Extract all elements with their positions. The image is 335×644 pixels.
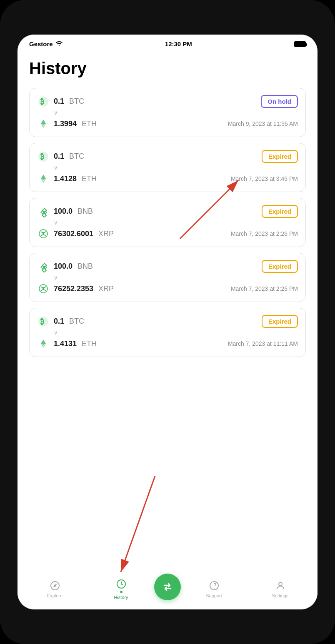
to-symbol: ETH xyxy=(82,175,97,183)
from-crypto: ₿ 0.1 BTC xyxy=(37,315,84,328)
history-clock-icon xyxy=(115,578,127,590)
nav-explore[interactable]: Explore xyxy=(22,580,88,598)
status-badge[interactable]: Expired xyxy=(262,315,298,328)
svg-point-26 xyxy=(279,582,282,586)
card-bottom-row: 76252.2353 XRP March 7, 2023 at 2:25 PM xyxy=(37,282,298,295)
transaction-card[interactable]: ₿ 0.1 BTC On hold ∨ 1.3994 ETH March 9, … xyxy=(29,88,306,137)
swap-arrow: ∨ xyxy=(54,275,298,281)
svg-point-17 xyxy=(42,288,44,290)
transaction-date: March 7, 2023 at 2:25 PM xyxy=(231,285,298,292)
from-amount: 100.0 xyxy=(54,262,72,271)
from-symbol: BTC xyxy=(69,317,84,326)
swap-arrow: ∨ xyxy=(54,110,298,116)
card-bottom-row: 76302.6001 XRP March 7, 2023 at 2:26 PM xyxy=(37,227,298,240)
to-amount: 1.3994 xyxy=(54,120,77,128)
card-top-row: ₿ 0.1 BTC Expired xyxy=(37,150,298,163)
svg-point-25 xyxy=(214,588,215,589)
carrier-wifi: Gestore xyxy=(29,40,63,47)
to-crypto: 76302.6001 XRP xyxy=(37,227,114,240)
transactions-list: ₿ 0.1 BTC On hold ∨ 1.3994 ETH March 9, … xyxy=(29,88,306,357)
to-crypto: 76252.2353 XRP xyxy=(37,282,114,295)
swap-button[interactable] xyxy=(154,574,181,600)
to-crypto: 1.4128 ETH xyxy=(37,172,97,185)
status-badge[interactable]: Expired xyxy=(262,150,298,163)
svg-rect-15 xyxy=(42,268,46,272)
transaction-date: March 7, 2023 at 3:45 PM xyxy=(231,175,298,182)
svg-marker-19 xyxy=(41,339,46,345)
from-crypto: ₿ 0.1 BTC xyxy=(37,95,84,108)
card-top-row: ₿ 0.1 BTC Expired xyxy=(37,315,298,328)
from-symbol: BTC xyxy=(69,97,84,106)
transaction-card[interactable]: 100.0 BNB Expired ∨ 76252.2353 XRP March… xyxy=(29,253,306,302)
swap-arrow: ∨ xyxy=(54,329,298,336)
wifi-icon xyxy=(55,40,63,47)
from-amount: 0.1 xyxy=(54,317,64,326)
xrp-icon xyxy=(37,227,50,240)
to-symbol: ETH xyxy=(82,339,97,348)
card-top-row: ₿ 0.1 BTC On hold xyxy=(37,95,298,108)
swap-icon xyxy=(162,581,173,593)
from-symbol: BNB xyxy=(78,262,93,271)
card-bottom-row: 1.4131 ETH March 7, 2023 at 11:11 AM xyxy=(37,337,298,350)
transaction-date: March 9, 2023 at 11:55 AM xyxy=(228,120,298,127)
transaction-card[interactable]: ₿ 0.1 BTC Expired ∨ 1.4128 ETH March 7, … xyxy=(29,143,306,192)
carrier-name: Gestore xyxy=(29,40,53,47)
status-time: 12:30 PM xyxy=(165,40,192,47)
support-icon xyxy=(208,580,220,592)
to-symbol: ETH xyxy=(82,120,97,128)
transaction-card[interactable]: ₿ 0.1 BTC Expired ∨ 1.4131 ETH March 7, … xyxy=(29,308,306,357)
status-bar: Gestore 12:30 PM xyxy=(18,35,318,51)
svg-point-11 xyxy=(42,233,44,235)
svg-marker-22 xyxy=(53,584,56,587)
eth-icon xyxy=(37,117,50,130)
transaction-date: March 7, 2023 at 2:26 PM xyxy=(231,230,298,237)
xrp-icon xyxy=(37,282,50,295)
status-badge[interactable]: Expired xyxy=(262,260,298,273)
from-crypto: ₿ 0.1 BTC xyxy=(37,150,84,163)
from-amount: 0.1 xyxy=(54,97,64,106)
to-crypto: 1.4131 ETH xyxy=(37,337,97,350)
explore-label: Explore xyxy=(47,593,62,598)
btc-icon: ₿ xyxy=(37,95,50,108)
bottom-nav: Explore History xyxy=(18,572,318,609)
card-bottom-row: 1.4128 ETH March 7, 2023 at 3:45 PM xyxy=(37,172,298,185)
nav-history[interactable]: History xyxy=(88,578,154,600)
support-label: Support xyxy=(206,593,222,598)
phone-screen: Gestore 12:30 PM History xyxy=(18,35,318,609)
to-symbol: XRP xyxy=(98,230,114,238)
settings-person-icon xyxy=(275,580,286,592)
battery-indicator xyxy=(294,41,306,47)
to-crypto: 1.3994 ETH xyxy=(37,117,97,130)
to-amount: 76302.6001 xyxy=(54,230,93,238)
to-symbol: XRP xyxy=(98,285,114,293)
status-badge[interactable]: Expired xyxy=(262,205,298,218)
nav-settings[interactable]: Settings xyxy=(247,580,313,598)
card-top-row: 100.0 BNB Expired xyxy=(37,260,298,273)
transaction-card[interactable]: 100.0 BNB Expired ∨ 76302.6001 XRP March… xyxy=(29,198,306,247)
history-label: History xyxy=(114,595,128,600)
status-badge[interactable]: On hold xyxy=(261,95,298,108)
bnb-icon xyxy=(37,205,50,218)
to-amount: 1.4128 xyxy=(54,175,77,183)
svg-text:₿: ₿ xyxy=(40,318,44,326)
settings-label: Settings xyxy=(272,593,289,598)
transaction-date: March 7, 2023 at 11:11 AM xyxy=(228,340,298,347)
swap-arrow: ∨ xyxy=(54,165,298,171)
from-amount: 100.0 xyxy=(54,207,72,216)
svg-marker-4 xyxy=(41,175,46,180)
btc-icon: ₿ xyxy=(37,315,50,328)
btc-icon: ₿ xyxy=(37,150,50,163)
compass-icon xyxy=(49,580,61,592)
from-crypto: 100.0 BNB xyxy=(37,260,93,273)
nav-support[interactable]: Support xyxy=(181,580,247,598)
from-crypto: 100.0 BNB xyxy=(37,205,93,218)
svg-text:₿: ₿ xyxy=(40,98,44,106)
active-indicator xyxy=(120,591,122,593)
from-symbol: BNB xyxy=(78,207,93,216)
from-amount: 0.1 xyxy=(54,152,64,161)
eth-icon xyxy=(37,337,50,350)
phone-frame: Gestore 12:30 PM History xyxy=(0,0,335,644)
bnb-icon xyxy=(37,260,50,273)
to-amount: 1.4131 xyxy=(54,339,77,348)
svg-marker-1 xyxy=(41,120,46,125)
